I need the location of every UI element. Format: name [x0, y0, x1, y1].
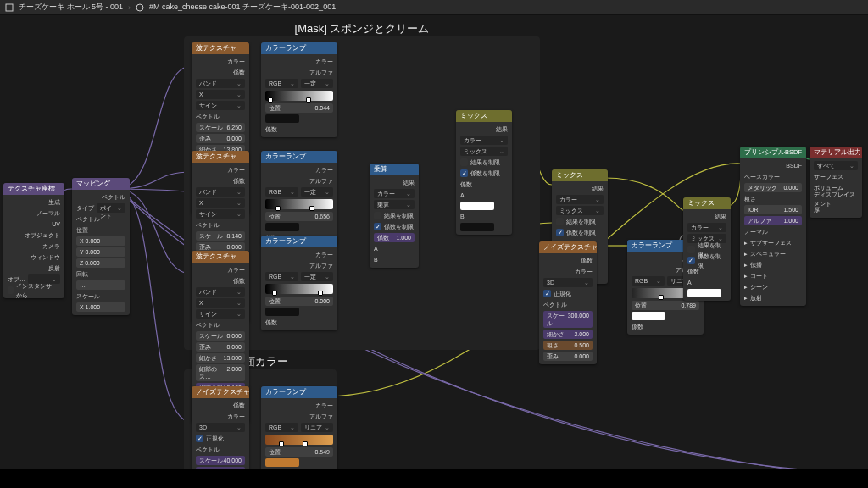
out-bsdf[interactable]: BSDF: [744, 161, 802, 170]
out-color[interactable]: カラー: [265, 165, 333, 175]
g-emission[interactable]: ▸ 放射: [744, 293, 802, 302]
out-color[interactable]: カラー: [196, 265, 245, 274]
in-vector[interactable]: ベクトル: [76, 214, 125, 224]
node-principled-bsdf[interactable]: プリンシプルBSDF BSDF ベースカラー メタリック0.000 粗さ IOR…: [740, 147, 806, 306]
node-header[interactable]: マテリアル出力: [810, 147, 862, 158]
pos[interactable]: 位置0.044: [265, 103, 333, 113]
in-vector[interactable]: ベクトル: [196, 112, 245, 121]
out-fac[interactable]: 係数: [196, 68, 245, 77]
node-material-output[interactable]: マテリアル出力 すべて サーフェス ボリューム ディスプレイスメント 厚: [810, 147, 862, 218]
interp-dropdown[interactable]: 一定: [301, 79, 334, 88]
type-dropdown[interactable]: バンド: [196, 187, 245, 197]
out-alpha[interactable]: アルファ: [265, 261, 333, 270]
mode-dropdown[interactable]: RGB: [265, 187, 298, 197]
clamp-result[interactable]: [687, 246, 695, 253]
node-texture-coord[interactable]: テクスチャ座標 生成 ノーマル UV オブジェクト カメラ ウィンドウ 反射 オ…: [3, 183, 64, 298]
out-fac[interactable]: 係数: [196, 176, 245, 186]
colorramp-gradient[interactable]: [265, 435, 333, 445]
blend-dropdown[interactable]: ミックス: [556, 206, 604, 215]
node-header[interactable]: ノイズテクスチャ: [539, 241, 597, 253]
factor[interactable]: 係数1.000: [374, 233, 415, 242]
color-a[interactable]: [460, 202, 494, 210]
color-b[interactable]: [460, 223, 494, 231]
in-fac[interactable]: 係数: [265, 125, 333, 134]
in-fac[interactable]: 係数: [687, 267, 726, 276]
in-vector[interactable]: ベクトル: [196, 445, 245, 454]
node-header[interactable]: 波テクスチャ: [192, 251, 249, 263]
out-camera[interactable]: カメラ: [8, 241, 60, 251]
node-header[interactable]: カラーランプ: [261, 386, 337, 398]
out-fac[interactable]: 係数: [196, 401, 245, 410]
loc-y[interactable]: Y 0.000: [76, 247, 125, 257]
profile-dropdown[interactable]: サイン: [196, 101, 245, 110]
interp-dropdown[interactable]: 一定: [301, 187, 334, 197]
colorramp-gradient[interactable]: [265, 199, 333, 209]
scale-x[interactable]: X 1.000: [76, 302, 125, 312]
dim-dropdown[interactable]: 3D: [196, 423, 245, 432]
node-colorramp-1[interactable]: カラーランプ カラー アルファ RGB一定 位置0.044 係数: [261, 42, 337, 137]
node-header[interactable]: カラーランプ: [261, 151, 337, 163]
in-b[interactable]: B: [374, 255, 415, 264]
detail[interactable]: 細かさ13.800: [196, 353, 245, 363]
colorramp-gradient[interactable]: [265, 284, 333, 294]
scale[interactable]: スケール300.000: [543, 311, 593, 328]
out-color[interactable]: カラー: [265, 250, 333, 259]
in-roughness[interactable]: 粗さ: [744, 194, 802, 203]
stop-color[interactable]: [632, 312, 665, 320]
type-dropdown[interactable]: バンド: [196, 79, 245, 88]
in-a[interactable]: A: [687, 278, 726, 287]
dir-dropdown[interactable]: X: [196, 298, 245, 308]
in-base[interactable]: ベースカラー: [744, 172, 802, 181]
in-normal[interactable]: ノーマル: [744, 227, 802, 236]
out-object[interactable]: オブジェクト: [8, 230, 60, 240]
node-mapping[interactable]: マッピング ベクトル タイプポイント ベクトル 位置 X 0.000 Y 0.0…: [72, 178, 130, 315]
g-coat[interactable]: ▸ コート: [744, 271, 802, 280]
out-result[interactable]: 結果: [460, 125, 508, 134]
dir-dropdown[interactable]: X: [196, 90, 245, 99]
pos[interactable]: 位置0.789: [632, 301, 699, 310]
colorramp-gradient[interactable]: [265, 91, 333, 101]
type-dropdown[interactable]: カラー: [460, 136, 508, 145]
out-uv[interactable]: UV: [8, 219, 60, 229]
stop-color[interactable]: [265, 458, 299, 467]
alpha[interactable]: アルファ1.000: [744, 216, 802, 225]
detail-scale[interactable]: 細部のス…2.000: [196, 364, 245, 381]
ior[interactable]: IOR1.500: [744, 205, 802, 214]
profile-dropdown[interactable]: サイン: [196, 309, 245, 319]
in-disp[interactable]: ディスプレイスメント: [814, 194, 858, 203]
checkbox-instancer[interactable]: [8, 286, 14, 294]
type-dropdown[interactable]: カラー: [374, 189, 415, 198]
scale[interactable]: スケール6.250: [196, 123, 245, 132]
stop-color[interactable]: [265, 223, 299, 231]
loc-x[interactable]: X 0.000: [76, 236, 125, 246]
node-header[interactable]: ミックス: [456, 110, 512, 122]
out-normal[interactable]: ノーマル: [8, 208, 60, 218]
out-generated[interactable]: 生成: [8, 197, 60, 207]
mode-dropdown[interactable]: RGB: [632, 276, 665, 286]
node-header[interactable]: テクスチャ座標: [3, 183, 64, 195]
breadcrumb-object[interactable]: チーズケーキ ホール 5号 - 001: [19, 2, 123, 13]
scale[interactable]: スケール40.000: [196, 456, 245, 465]
out-alpha[interactable]: アルファ: [265, 176, 333, 186]
normalize[interactable]: ✓: [543, 290, 551, 297]
dir-dropdown[interactable]: X: [196, 198, 245, 208]
distortion[interactable]: 歪み0.000: [196, 134, 245, 143]
node-colorramp-5[interactable]: カラーランプ カラー アルファ RGBリニア 位置0.549 係数: [261, 386, 337, 481]
distort[interactable]: 歪み0.000: [543, 352, 593, 361]
in-fac[interactable]: 係数: [632, 322, 699, 331]
clamp-result[interactable]: [556, 218, 564, 225]
blend-dropdown[interactable]: 乗算: [374, 200, 415, 209]
out-color[interactable]: カラー: [543, 267, 593, 276]
node-header[interactable]: 乗算: [370, 164, 419, 175]
g-sheen[interactable]: ▸ シーン: [744, 282, 802, 291]
type-dropdown[interactable]: カラー: [556, 195, 604, 204]
detail[interactable]: 細かさ2.000: [543, 330, 593, 339]
target-dropdown[interactable]: すべて: [814, 161, 858, 170]
out-alpha[interactable]: アルファ: [265, 68, 333, 77]
node-header[interactable]: カラーランプ: [261, 236, 337, 247]
node-colorramp-3[interactable]: カラーランプ カラー アルファ RGB一定 位置0.000 係数: [261, 236, 337, 330]
distortion[interactable]: 歪み0.000: [196, 342, 245, 352]
rough[interactable]: 粗さ0.500: [543, 341, 593, 350]
normalize[interactable]: ✓: [196, 435, 203, 442]
color-b[interactable]: [687, 289, 721, 297]
